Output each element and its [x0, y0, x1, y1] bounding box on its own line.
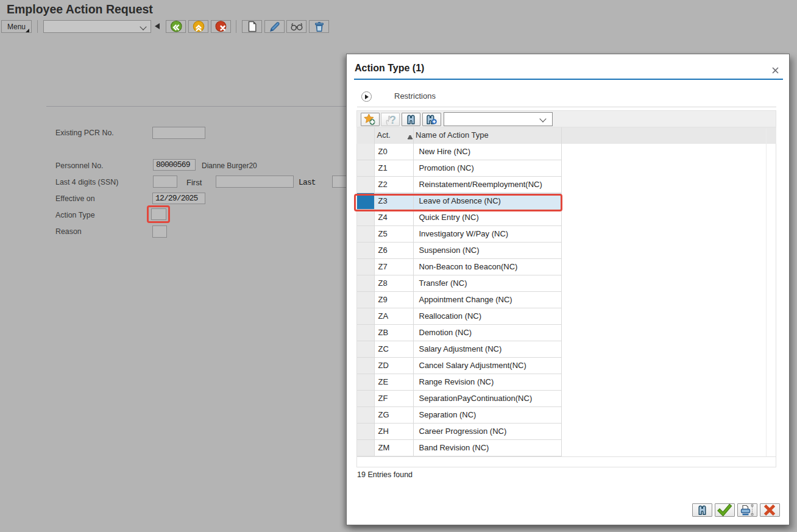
svg-text:?: ?	[389, 113, 396, 126]
